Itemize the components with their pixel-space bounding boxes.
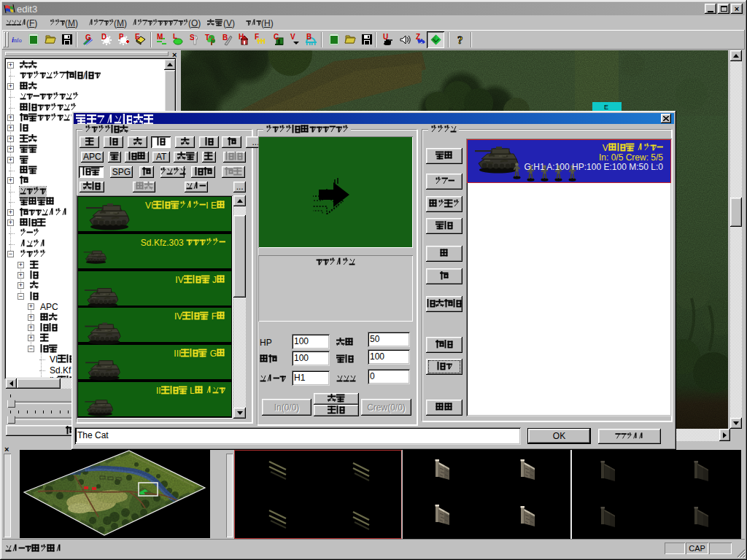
svg-text:F: F xyxy=(255,34,259,41)
svg-text:E: E xyxy=(604,104,608,111)
svg-text:H: H xyxy=(239,34,244,41)
svg-text:G: G xyxy=(85,34,91,42)
svg-text:C: C xyxy=(274,34,279,41)
svg-text:B: B xyxy=(306,34,311,41)
svg-text:P: P xyxy=(119,34,124,41)
svg-text:E: E xyxy=(135,34,140,41)
svg-text:T: T xyxy=(205,34,209,42)
svg-text:D: D xyxy=(101,34,107,41)
svg-text:L: L xyxy=(173,34,177,40)
svg-text:M: M xyxy=(157,34,163,41)
svg-text:Z: Z xyxy=(416,34,420,41)
svg-text:?: ? xyxy=(457,34,463,46)
svg-text:U: U xyxy=(383,34,388,41)
svg-text:V: V xyxy=(290,34,295,41)
svg-text:B: B xyxy=(222,34,228,42)
svg-text:nfo: nfo xyxy=(14,37,22,44)
svg-text:S: S xyxy=(190,34,195,42)
